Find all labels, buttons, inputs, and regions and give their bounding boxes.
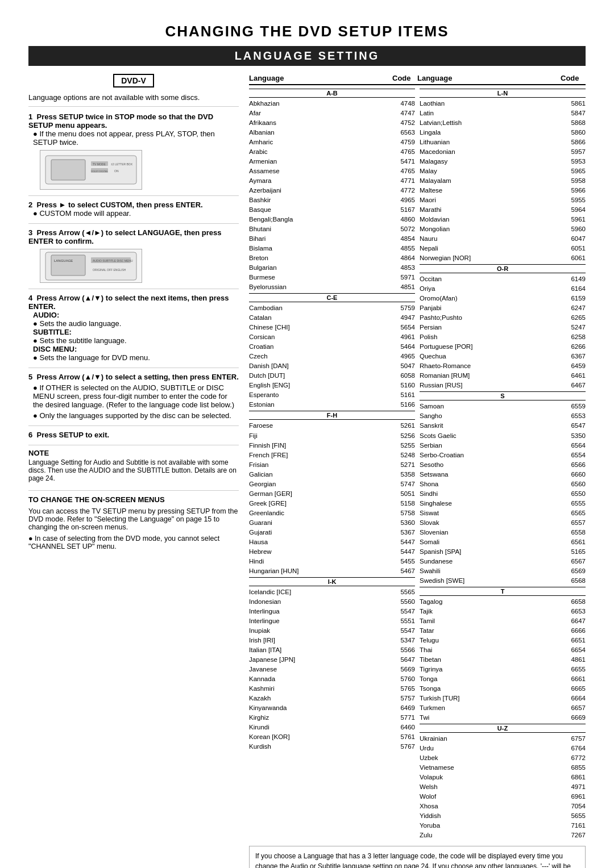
lang-row: Estonian5166 xyxy=(249,400,415,410)
lang-row: Spanish [SPA]5165 xyxy=(420,547,586,557)
lang-name: Danish [DAN] xyxy=(249,361,289,371)
lang-row: Chinese [CHI]5654 xyxy=(249,323,415,332)
lang-code: 6666 xyxy=(565,626,586,636)
lang-row: Serbo-Croatian6554 xyxy=(420,450,586,460)
lang-code: 5165 xyxy=(565,547,586,557)
lang-code: 6772 xyxy=(565,753,586,763)
lang-row: Oromo(Afan)6159 xyxy=(420,294,586,303)
section-label: U-Z xyxy=(420,724,586,733)
lang-row: Finnish [FIN]5255 xyxy=(249,441,415,450)
lang-code: 4772 xyxy=(395,186,415,195)
lang-name: Icelandic [ICE] xyxy=(249,587,291,597)
lang-code: 5771 xyxy=(395,713,415,723)
lang-code: 6567 xyxy=(565,557,586,566)
lang-name: Aymara xyxy=(249,176,271,186)
lang-name: Mongolian xyxy=(420,224,450,234)
dvd-v-label: DVD-V xyxy=(113,74,154,87)
lang-code: 5256 xyxy=(395,431,415,441)
lang-row: Hindi5455 xyxy=(249,557,415,566)
section-label: A-B xyxy=(249,89,415,98)
lang-row: Hebrew5447 xyxy=(249,547,415,557)
lang-name: Ukrainian xyxy=(420,734,447,744)
lang-name: Laothian xyxy=(420,99,445,108)
lang-code: 5072 xyxy=(395,224,415,234)
lang-code: 5447 xyxy=(395,537,415,547)
lang-row: Kirundi6460 xyxy=(249,723,415,732)
lang-row: Sangho6553 xyxy=(420,411,586,421)
step-3: 3 Press Arrow (◄/►) to select LANGUAGE, … xyxy=(28,223,239,283)
svg-rect-1 xyxy=(51,160,85,180)
lang-code: 6560 xyxy=(565,479,586,489)
lang-row: Pashto;Pushto6265 xyxy=(420,313,586,323)
lang-code: 5271 xyxy=(395,460,415,470)
lang-row: Nauru6047 xyxy=(420,234,586,244)
lang-code: 5051 xyxy=(395,489,415,499)
lang-name: Byelorussian xyxy=(249,282,287,292)
lang-name: Bashkir xyxy=(249,195,271,205)
lang-row: Bulgarian4853 xyxy=(249,263,415,273)
lang-row: Hungarian [HUN]5467 xyxy=(249,566,415,576)
lang-row: Irish [IRI]5347 xyxy=(249,636,415,645)
lang-row: Basque5167 xyxy=(249,205,415,215)
lang-row: Thai6654 xyxy=(420,645,586,655)
lang-row: Inupiak5547 xyxy=(249,626,415,636)
lang-row: Bislama4855 xyxy=(249,244,415,253)
svg-text:ON: ON xyxy=(114,169,119,173)
lang-name: Nauru xyxy=(420,234,437,244)
lang-name: Basque xyxy=(249,205,271,215)
lang-code: 5547 xyxy=(395,626,415,636)
lang-code: 5566 xyxy=(395,645,415,655)
lang-row: Japanese [JPN]5647 xyxy=(249,655,415,665)
lang-code: 6566 xyxy=(565,460,586,470)
lang-name: Gujarati xyxy=(249,528,272,537)
lang-code: 5669 xyxy=(395,665,415,674)
lang-name: Armenian xyxy=(249,157,277,166)
svg-text:TV MODE: TV MODE xyxy=(93,162,106,166)
col-lang2: Language xyxy=(417,74,561,82)
lang-row: Swedish [SWE]6568 xyxy=(420,576,586,586)
lang-name: Malayalam xyxy=(420,176,451,186)
lang-name: Galician xyxy=(249,470,273,479)
lang-row: Swahili6569 xyxy=(420,566,586,576)
lang-code: 5759 xyxy=(395,303,415,313)
lang-name: Oromo(Afan) xyxy=(420,294,457,303)
lang-row: Sesotho6566 xyxy=(420,460,586,470)
lang-name: Setswana xyxy=(420,470,449,479)
lang-code: 5655 xyxy=(565,811,586,821)
lang-row: Uzbek6772 xyxy=(420,753,586,763)
lang-name: Portuguese [POR] xyxy=(420,342,472,352)
lang-name: Catalan xyxy=(249,313,272,323)
lang-name: Tsonga xyxy=(420,684,441,694)
lang-name: Bihari xyxy=(249,234,265,244)
lang-code: 6149 xyxy=(565,274,586,284)
lang-code: 6647 xyxy=(565,616,586,626)
step-4: 4 Press Arrow (▲/▼) to select the next i… xyxy=(28,289,239,362)
lang-name: Bhutani xyxy=(249,224,271,234)
lang-code: 6547 xyxy=(565,421,586,431)
lang-code: 6159 xyxy=(565,294,586,303)
main-title: CHANGING THE DVD SETUP ITEMS xyxy=(28,23,586,40)
lang-row: Greek [GRE]5158 xyxy=(249,499,415,508)
lang-code: 5350 xyxy=(565,431,586,441)
lang-row: Slovak6557 xyxy=(420,518,586,528)
lang-code: 6664 xyxy=(565,694,586,703)
svg-text:DOLBY DIGITAL: DOLBY DIGITAL xyxy=(91,170,109,173)
lang-name: Serbo-Croatian xyxy=(420,450,464,460)
device-image-2: LANGUAGE AUDIO SUBTITLE DISC MENU ORIGIN… xyxy=(40,249,142,283)
lang-row: Icelandic [ICE]5565 xyxy=(249,587,415,597)
lang-code: 5960 xyxy=(565,224,586,234)
lang-name: Swahili xyxy=(420,566,440,576)
lang-row: Twi6669 xyxy=(420,713,586,723)
lang-name: Irish [IRI] xyxy=(249,636,275,645)
lang-row: Kirghiz5771 xyxy=(249,713,415,723)
lang-row: Azerbaijani4772 xyxy=(249,186,415,195)
lang-code: 4851 xyxy=(395,282,415,292)
lang-row: Moldavian5961 xyxy=(420,215,586,224)
lang-code: 6461 xyxy=(565,371,586,381)
lang-name: Tagalog xyxy=(420,597,442,607)
lang-row: Latin5847 xyxy=(420,108,586,118)
lang-code: 4853 xyxy=(395,263,415,273)
lang-name: Moldavian xyxy=(420,215,449,224)
lang-row: Kazakh5757 xyxy=(249,694,415,703)
lang-code: 6757 xyxy=(565,734,586,744)
